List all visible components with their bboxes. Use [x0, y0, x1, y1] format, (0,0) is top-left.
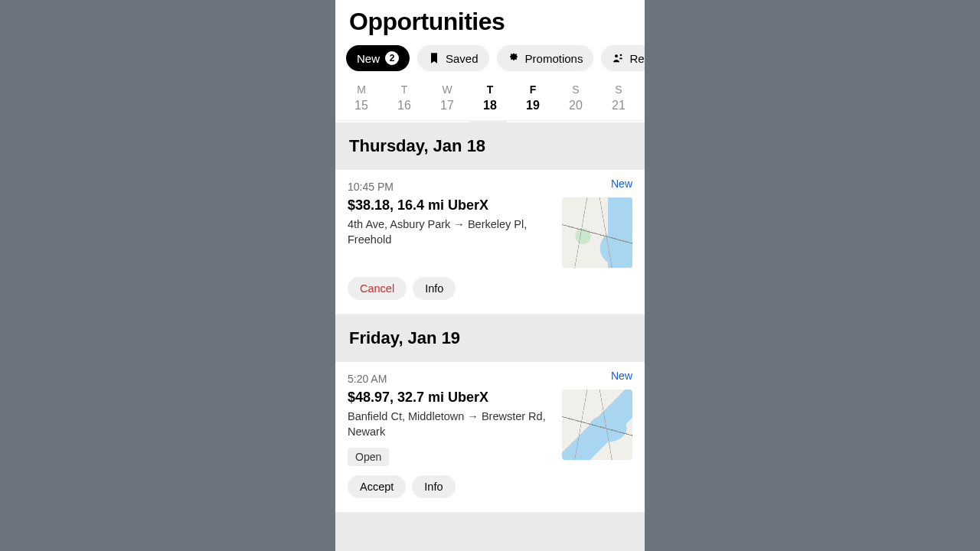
card-title: $48.97, 32.7 mi UberX [348, 390, 553, 406]
card-actions: AcceptInfo [348, 475, 632, 498]
map-thumbnail[interactable] [562, 390, 632, 460]
day-dow: S [615, 83, 622, 96]
tab-label: Reservations [629, 52, 645, 65]
cancel-button[interactable]: Cancel [348, 277, 407, 300]
card-route: 4th Ave, Asbury Park → Berkeley Pl, Free… [348, 217, 553, 248]
accept-button[interactable]: Accept [348, 475, 406, 498]
new-badge: New [611, 370, 632, 382]
empty-area [335, 513, 645, 551]
tab-label: Saved [446, 52, 479, 65]
tab-new-badge: 2 [385, 51, 399, 65]
day-selector: M15T16W17T18F19S20S21 [335, 82, 645, 121]
new-badge: New [611, 178, 632, 190]
day-num: 21 [612, 99, 626, 112]
card-top: 10:45 PM$38.18, 16.4 mi UberX4th Ave, As… [348, 181, 632, 268]
header: Opportunities [335, 0, 645, 45]
card-title: $38.18, 16.4 mi UberX [348, 197, 553, 214]
day-num: 18 [483, 99, 497, 112]
section-header: Friday, Jan 19 [335, 315, 645, 362]
day-21[interactable]: S21 [600, 82, 637, 114]
tab-new[interactable]: New 2 [346, 45, 410, 71]
tab-saved[interactable]: Saved [417, 45, 489, 71]
tag-icon [508, 52, 520, 64]
opportunity-card[interactable]: New5:20 AM$48.97, 32.7 mi UberXBanfield … [335, 362, 645, 513]
day-18[interactable]: T18 [472, 82, 508, 114]
day-16[interactable]: T16 [386, 82, 423, 114]
tab-label: New [357, 52, 380, 65]
day-dow: M [357, 83, 366, 96]
status-chip: Open [348, 448, 389, 466]
day-num: 16 [397, 99, 411, 112]
tab-promotions[interactable]: Promotions [497, 45, 594, 71]
svg-point-0 [615, 54, 618, 57]
opportunity-card[interactable]: New10:45 PM$38.18, 16.4 mi UberX4th Ave,… [335, 170, 645, 315]
day-num: 19 [526, 99, 540, 112]
day-num: 15 [354, 99, 368, 112]
day-15[interactable]: M15 [343, 82, 380, 114]
day-dow: T [401, 83, 408, 96]
day-dow: F [530, 83, 537, 96]
info-button[interactable]: Info [412, 475, 455, 498]
day-20[interactable]: S20 [557, 82, 594, 114]
card-info: 5:20 AM$48.97, 32.7 mi UberXBanfield Ct,… [348, 373, 562, 466]
card-time: 5:20 AM [348, 373, 553, 385]
day-dow: W [442, 83, 452, 96]
day-17[interactable]: W17 [429, 82, 466, 114]
calendar-person-icon [612, 52, 624, 64]
day-dow: T [487, 83, 494, 96]
tab-reservations[interactable]: Reservations [601, 45, 645, 71]
day-19[interactable]: F19 [514, 82, 551, 114]
map-thumbnail[interactable] [562, 197, 632, 268]
app-screen: Opportunities New 2 Saved Promotions Res… [335, 0, 645, 551]
info-button[interactable]: Info [413, 277, 456, 300]
bookmark-icon [428, 52, 440, 64]
card-top: 5:20 AM$48.97, 32.7 mi UberXBanfield Ct,… [348, 373, 632, 466]
card-actions: CancelInfo [348, 277, 632, 300]
filter-tabs: New 2 Saved Promotions Reservations [335, 45, 645, 82]
day-dow: S [572, 83, 579, 96]
tab-label: Promotions [525, 52, 583, 65]
section-header: Thursday, Jan 18 [335, 122, 645, 170]
opportunity-list: Thursday, Jan 18New10:45 PM$38.18, 16.4 … [335, 122, 645, 513]
page-title: Opportunities [349, 8, 631, 36]
day-num: 20 [569, 99, 583, 112]
card-info: 10:45 PM$38.18, 16.4 mi UberX4th Ave, As… [348, 181, 562, 248]
card-route: Banfield Ct, Middletown → Brewster Rd, N… [348, 409, 553, 440]
day-num: 17 [440, 99, 454, 112]
svg-point-1 [620, 54, 622, 57]
card-time: 10:45 PM [348, 181, 553, 193]
